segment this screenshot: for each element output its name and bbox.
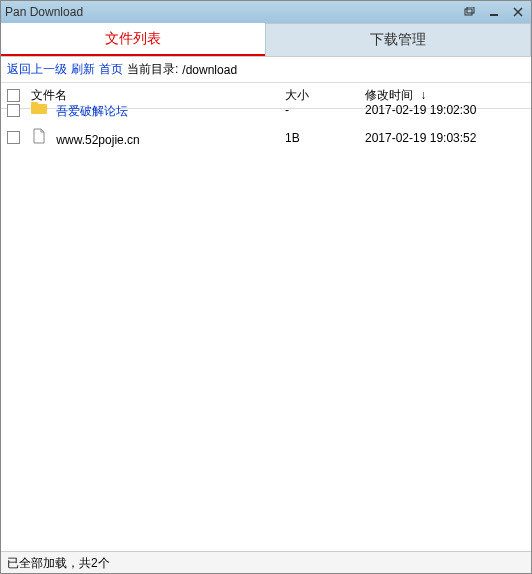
file-list: 吾爱破解论坛 - 2017-02-19 19:02:30 www.52pojie… xyxy=(1,96,531,551)
status-text: 已全部加载，共2个 xyxy=(7,556,110,570)
tabs: 文件列表 下载管理 xyxy=(1,23,531,57)
status-bar: 已全部加载，共2个 xyxy=(1,551,531,573)
file-size: 1B xyxy=(285,131,365,145)
file-name[interactable]: 吾爱破解论坛 xyxy=(56,104,128,118)
file-size: - xyxy=(285,103,365,117)
titlebar: Pan Download xyxy=(1,1,531,23)
file-name[interactable]: www.52pojie.cn xyxy=(56,133,139,147)
current-dir-label: 当前目录: xyxy=(127,61,178,78)
file-name-cell: 吾爱破解论坛 xyxy=(31,100,285,120)
toolbar: 返回上一级 刷新 首页 当前目录: /download xyxy=(1,57,531,82)
minimize-icon[interactable] xyxy=(485,5,503,19)
close-icon[interactable] xyxy=(509,5,527,19)
restore-icon[interactable] xyxy=(461,5,479,19)
row-checkbox[interactable] xyxy=(7,131,20,144)
row-checkbox-cell xyxy=(7,131,31,144)
back-link[interactable]: 返回上一级 xyxy=(7,61,67,78)
svg-rect-0 xyxy=(465,9,472,15)
titlebar-buttons xyxy=(461,5,527,19)
folder-icon xyxy=(31,100,47,116)
row-checkbox-cell xyxy=(7,104,31,117)
list-item[interactable]: 吾爱破解论坛 - 2017-02-19 19:02:30 xyxy=(1,96,531,124)
home-link[interactable]: 首页 xyxy=(99,61,123,78)
row-checkbox[interactable] xyxy=(7,104,20,117)
list-item[interactable]: www.52pojie.cn 1B 2017-02-19 19:03:52 xyxy=(1,124,531,151)
file-name-cell: www.52pojie.cn xyxy=(31,128,285,147)
tab-file-list[interactable]: 文件列表 xyxy=(1,23,265,56)
svg-rect-6 xyxy=(31,102,38,106)
file-mtime: 2017-02-19 19:03:52 xyxy=(365,131,525,145)
svg-rect-1 xyxy=(467,7,474,13)
window-title: Pan Download xyxy=(5,5,461,19)
refresh-link[interactable]: 刷新 xyxy=(71,61,95,78)
tab-download-manager[interactable]: 下载管理 xyxy=(265,23,531,56)
current-dir: /download xyxy=(182,63,237,77)
file-icon xyxy=(31,128,47,144)
file-mtime: 2017-02-19 19:02:30 xyxy=(365,103,525,117)
